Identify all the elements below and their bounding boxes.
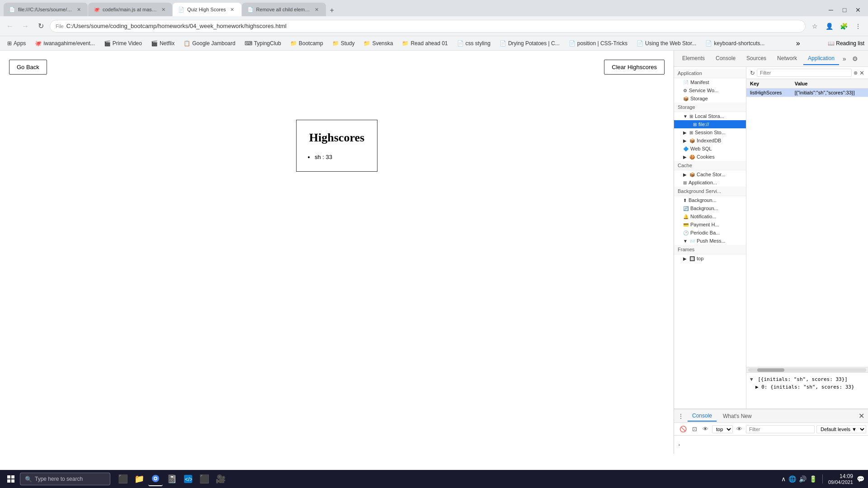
devtools-console: ⋮ Console What's New ✕ 🚫 ⊡ 👁 top 👁 Defau… (674, 408, 868, 454)
bookmark-web-stor[interactable]: 📄 Using the Web Stor... (633, 39, 700, 48)
profile-button[interactable]: 👤 (823, 20, 835, 33)
bg-fetch-icon: ⬆ (683, 198, 687, 203)
devtools-tab-sources[interactable]: Sources (742, 52, 771, 65)
bookmark-keyboard[interactable]: 📄 keyboard-shortcuts... (702, 39, 768, 48)
reload-button[interactable]: ↻ (34, 20, 47, 33)
reading-list-icon[interactable]: 📖 Reading list (828, 40, 864, 47)
tab-close-3[interactable]: ✕ (229, 6, 236, 13)
tree-label-file-protocol: file:// (698, 122, 709, 127)
filter-clear-button[interactable]: ⊗ (854, 70, 858, 76)
tree-item-web-sql[interactable]: 🔷 Web SQL (674, 145, 746, 153)
bookmark-typingclub[interactable]: ⌨ TypingClub (241, 39, 285, 48)
bookmark-jamboard[interactable]: 📋 Google Jamboard (180, 39, 239, 48)
devtools-dock-button[interactable]: ⋮ (863, 53, 868, 64)
scroll-thumb[interactable] (757, 368, 784, 372)
console-level-select[interactable]: Default levels ▼ (816, 425, 866, 433)
data-root[interactable]: ▼ [{initials: "sh", scores: 33}] (750, 375, 864, 383)
tree-item-notifications[interactable]: 🔔 Notificatio... (674, 212, 746, 221)
devtools-more-tabs[interactable]: » (841, 53, 848, 64)
minimize-button[interactable]: ─ (825, 4, 837, 16)
tab-close-2[interactable]: ✕ (160, 6, 167, 13)
console-eye-button[interactable]: 👁 (735, 425, 744, 433)
filter-close-button[interactable]: ✕ (859, 70, 864, 76)
console-clear-button[interactable]: 🚫 (678, 425, 689, 433)
bookmark-bootcamp[interactable]: 📁 Bootcamp (287, 39, 327, 48)
tree-item-payment-handler[interactable]: 💳 Payment H... (674, 221, 746, 229)
bookmark-apps[interactable]: ⊞ Apps (4, 39, 29, 48)
new-tab-button[interactable]: + (326, 5, 338, 16)
tab-close-1[interactable]: ✕ (75, 6, 82, 13)
tree-item-local-storage[interactable]: ▼ ⊞ Local Stora... (674, 112, 746, 120)
devtools-tab-network[interactable]: Network (773, 52, 802, 65)
tree-item-bg-sync[interactable]: 🔄 Backgroun... (674, 204, 746, 212)
tree-item-session-storage[interactable]: ▶ ⊞ Session Sto... (674, 128, 746, 136)
console-menu-button[interactable]: ⋮ (678, 413, 684, 420)
console-preserve-log-button[interactable]: ⊡ (690, 425, 699, 433)
highscores-card: Highscores sh : 33 (296, 120, 377, 172)
tab-title-2: codefix/main.js at master · sura... (103, 7, 157, 12)
console-context-select[interactable]: top (712, 425, 733, 433)
tree-item-app-cache[interactable]: ⊞ Application... (674, 178, 746, 187)
main-layout: Go Back Clear Highscores Highscores sh :… (0, 51, 868, 454)
bookmark-read-ahead[interactable]: 📁 Read ahead 01 (398, 39, 451, 48)
devtools-settings-button[interactable]: ⚙ (850, 53, 861, 64)
bookmark-svenska[interactable]: 📁 Svenska (360, 39, 396, 48)
session-storage-expand: ▶ (683, 130, 688, 135)
bookmark-icon-css: 📄 (457, 40, 464, 47)
tree-item-storage-info[interactable]: 📦 Storage (674, 94, 746, 103)
tree-item-file-protocol[interactable]: ⊞ file:// (674, 120, 746, 128)
clear-highscores-button[interactable]: Clear Highscores (604, 60, 665, 75)
bookmark-position[interactable]: 📄 position | CSS-Tricks (565, 39, 631, 48)
extensions-button[interactable]: 🧩 (837, 20, 850, 33)
browser-tab-2[interactable]: 🐙 codefix/main.js at master · sura... ✕ (88, 3, 172, 16)
bookmark-css-styling[interactable]: 📄 css styling (453, 39, 494, 48)
browser-tab-3[interactable]: 📄 Quiz High Scores ✕ (173, 3, 241, 16)
tree-item-frames-top[interactable]: ▶ 🔲 top (674, 254, 746, 263)
close-button[interactable]: ✕ (852, 4, 864, 16)
cookies-icon: 🍪 (689, 155, 695, 160)
bookmark-study[interactable]: 📁 Study (329, 39, 359, 48)
maximize-button[interactable]: □ (838, 4, 851, 16)
tree-item-bg-fetch[interactable]: ⬆ Backgroun... (674, 196, 746, 204)
browser-tab-4[interactable]: 📄 Remove all child elements of a D... ✕ (242, 3, 326, 16)
horizontal-scrollbar[interactable] (746, 367, 868, 372)
tab-close-4[interactable]: ✕ (313, 6, 321, 13)
devtools-tab-application[interactable]: Application (803, 52, 839, 65)
console-tabs: ⋮ Console What's New ✕ (674, 409, 868, 423)
console-filter-input[interactable] (746, 425, 815, 433)
console-tab-whats-new[interactable]: What's New (718, 411, 756, 421)
bookmark-drying[interactable]: 📄 Drying Potatoes | C... (496, 39, 563, 48)
tree-item-service-worker[interactable]: ⚙ Service Wo... (674, 86, 746, 94)
file-protocol-icon: File (56, 23, 64, 29)
data-child-0[interactable]: ▶ 0: {initials: "sh", scores: 33} (750, 383, 864, 391)
browser-menu-button[interactable]: ⋮ (852, 20, 864, 33)
devtools-body: Application 📄 Manifest ⚙ Service Wo... 📦… (674, 67, 868, 408)
tree-item-cookies[interactable]: ▶ 🍪 Cookies (674, 153, 746, 161)
bookmark-netflix[interactable]: 🎬 Netflix (147, 39, 178, 48)
console-close-button[interactable]: ✕ (859, 412, 864, 420)
bookmarks-overflow[interactable]: » (794, 38, 802, 49)
tree-item-manifest[interactable]: 📄 Manifest (674, 78, 746, 86)
table-row-1[interactable]: listHighScores [{"initials":"sh","scores… (746, 89, 868, 97)
browser-tab-1[interactable]: 📄 file:///C:/Users/soume/coding_b... ✕ (4, 3, 88, 16)
bookmark-iwanagahime[interactable]: 🐙 iwanagahime/event... (31, 39, 98, 48)
console-live-expressions-button[interactable]: 👁 (701, 425, 710, 433)
filter-refresh-button[interactable]: ↻ (750, 70, 755, 76)
console-tab-console[interactable]: Console (688, 411, 717, 422)
filter-input[interactable] (757, 69, 852, 77)
address-bar[interactable]: File C:/Users/soume/coding_bootcamp/home… (50, 20, 806, 33)
forward-button[interactable]: → (19, 20, 32, 33)
tree-item-periodic-bg-sync[interactable]: 🕐 Periodic Ba... (674, 229, 746, 237)
bookmark-icon-read-ahead: 📁 (402, 40, 409, 47)
back-button[interactable]: ← (4, 20, 16, 33)
bookmark-button[interactable]: ☆ (808, 20, 821, 33)
score-value-1: 33 (326, 154, 332, 160)
devtools-tab-console[interactable]: Console (711, 52, 740, 65)
devtools-tab-elements[interactable]: Elements (678, 52, 709, 65)
bookmark-prime-video[interactable]: 🎬 Prime Video (100, 39, 146, 48)
local-storage-table: Key Value listHighScores [{"initials":"s… (746, 79, 868, 97)
tree-item-cache-storage[interactable]: ▶ 📦 Cache Stor... (674, 170, 746, 178)
tree-item-indexeddb[interactable]: ▶ 📦 IndexedDB (674, 136, 746, 145)
tree-item-push-messaging[interactable]: ▼ 📨 Push Mess... (674, 237, 746, 245)
go-back-button[interactable]: Go Back (9, 60, 47, 75)
